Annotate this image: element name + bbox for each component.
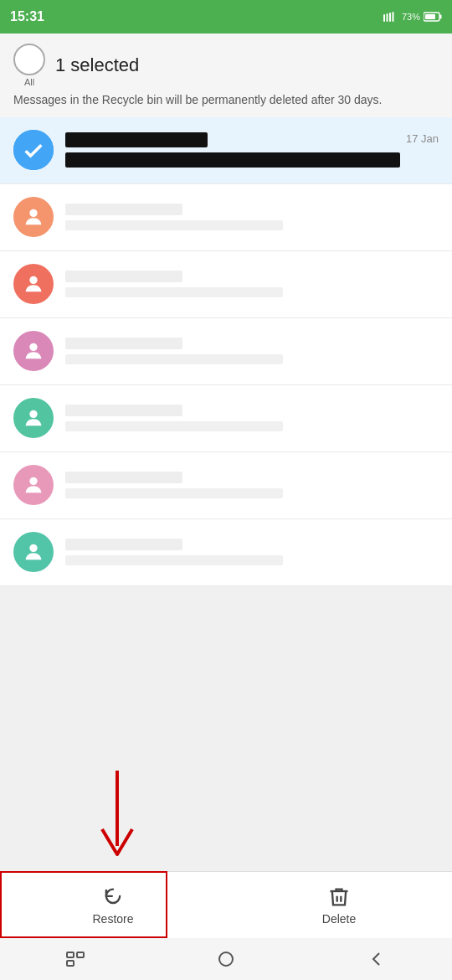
avatar bbox=[13, 331, 54, 371]
nav-home[interactable] bbox=[201, 942, 251, 976]
restore-icon bbox=[101, 885, 125, 909]
nav-back[interactable] bbox=[352, 942, 402, 976]
list-item[interactable]: 17 Jan bbox=[0, 117, 452, 184]
item-content bbox=[65, 204, 439, 230]
svg-rect-0 bbox=[383, 14, 385, 22]
navigation-bar bbox=[0, 938, 452, 980]
list-item[interactable] bbox=[0, 385, 452, 452]
item-content bbox=[65, 539, 439, 565]
item-preview-placeholder bbox=[65, 421, 283, 431]
item-content bbox=[65, 338, 439, 364]
item-content bbox=[65, 472, 439, 498]
list-item[interactable] bbox=[0, 519, 452, 586]
item-name-redacted bbox=[65, 132, 208, 147]
item-name-placeholder bbox=[65, 204, 182, 215]
item-name-placeholder bbox=[65, 472, 182, 483]
item-preview-placeholder bbox=[65, 555, 283, 565]
item-content bbox=[65, 405, 439, 431]
item-name-placeholder bbox=[65, 271, 182, 282]
restore-label: Restore bbox=[92, 912, 133, 926]
list-item[interactable] bbox=[0, 318, 452, 385]
svg-rect-5 bbox=[425, 14, 435, 19]
checkmark-overlay bbox=[13, 130, 54, 170]
svg-rect-2 bbox=[389, 13, 391, 22]
list-item[interactable] bbox=[0, 184, 452, 251]
item-name-placeholder bbox=[65, 405, 182, 416]
svg-rect-3 bbox=[392, 12, 393, 22]
status-time: 15:31 bbox=[10, 9, 44, 24]
svg-point-8 bbox=[29, 276, 37, 284]
all-checkbox[interactable] bbox=[13, 44, 45, 75]
svg-rect-6 bbox=[440, 15, 442, 19]
all-label: All bbox=[24, 77, 34, 87]
item-header: 17 Jan bbox=[65, 132, 439, 147]
avatar bbox=[13, 130, 54, 170]
svg-point-12 bbox=[29, 544, 37, 552]
avatar bbox=[13, 465, 54, 505]
item-content: 17 Jan bbox=[65, 132, 439, 168]
bottom-toolbar: Restore Delete bbox=[0, 871, 452, 938]
item-date: 17 Jan bbox=[406, 132, 439, 145]
delete-button[interactable]: Delete bbox=[226, 872, 452, 938]
recycle-notice: Messages in the Recycle bin will be perm… bbox=[13, 92, 439, 109]
status-bar: 15:31 73% bbox=[0, 0, 452, 34]
annotation-arrow bbox=[92, 771, 142, 871]
all-checkbox-group[interactable]: All bbox=[13, 44, 45, 87]
item-preview-placeholder bbox=[65, 287, 283, 297]
svg-point-10 bbox=[29, 410, 37, 418]
delete-label: Delete bbox=[322, 912, 356, 926]
svg-rect-15 bbox=[77, 952, 84, 957]
svg-rect-16 bbox=[67, 961, 74, 966]
status-icons: 73% bbox=[383, 12, 442, 22]
selected-row: All 1 selected bbox=[13, 44, 439, 87]
battery-text: 73% bbox=[402, 12, 420, 22]
avatar bbox=[13, 398, 54, 438]
svg-rect-14 bbox=[67, 952, 74, 957]
delete-icon bbox=[327, 885, 351, 909]
item-name-placeholder bbox=[65, 338, 182, 349]
list-item[interactable] bbox=[0, 452, 452, 519]
avatar bbox=[13, 532, 54, 572]
item-preview-placeholder bbox=[65, 488, 283, 498]
header-area: All 1 selected Messages in the Recycle b… bbox=[0, 34, 452, 117]
item-name-placeholder bbox=[65, 539, 182, 550]
svg-rect-1 bbox=[386, 13, 388, 22]
item-preview-placeholder bbox=[65, 354, 283, 364]
svg-point-9 bbox=[29, 343, 37, 351]
item-content bbox=[65, 271, 439, 297]
avatar bbox=[13, 197, 54, 237]
svg-rect-17 bbox=[219, 952, 233, 966]
item-preview-placeholder bbox=[65, 220, 283, 230]
list-item[interactable] bbox=[0, 251, 452, 318]
selected-count-text: 1 selected bbox=[55, 54, 139, 76]
svg-point-11 bbox=[29, 477, 37, 485]
nav-recent-apps[interactable] bbox=[50, 942, 100, 976]
svg-point-7 bbox=[29, 209, 37, 217]
message-list: 17 Jan bbox=[0, 117, 452, 586]
avatar bbox=[13, 264, 54, 304]
item-preview-redacted bbox=[65, 152, 400, 168]
restore-button[interactable]: Restore bbox=[0, 872, 226, 938]
